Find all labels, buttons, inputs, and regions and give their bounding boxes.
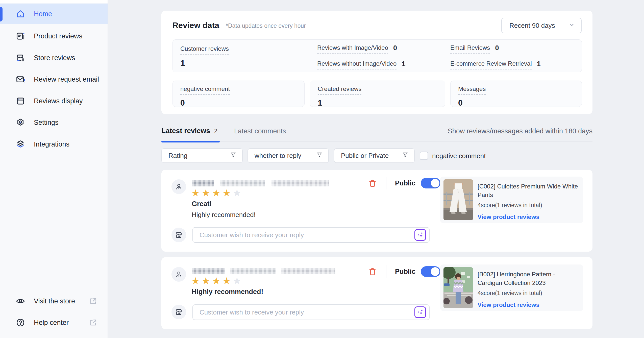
sidebar-item-label: Visit the store	[34, 297, 75, 305]
filter-public-private[interactable]: Public or Private	[334, 148, 415, 163]
mail-icon	[16, 75, 25, 84]
metric-value: 0	[180, 98, 304, 108]
store-reply-icon	[171, 305, 186, 319]
product-image	[443, 267, 473, 308]
sidebar-item-help-center[interactable]: Help center	[0, 312, 108, 333]
sidebar-item-reviews-display[interactable]: Reviews display	[0, 90, 108, 112]
show-range-note[interactable]: Show reviews/messages added within 180 d…	[448, 127, 592, 135]
product-panel: [C002] Culottes Premium Wide White Pants…	[440, 177, 583, 223]
product-name: [B002] Herringbone Pattern - Cardigan Co…	[478, 270, 580, 287]
sidebar-item-label: Review request email	[34, 76, 99, 83]
settings-icon	[16, 118, 25, 127]
metric-value: 0	[458, 98, 582, 108]
stat-customer-reviews: Customer reviews 1	[180, 45, 229, 68]
store-reply-icon	[171, 228, 186, 242]
toggle-knob	[431, 179, 439, 187]
metric-label: Messages	[458, 85, 486, 95]
metric-value: 1	[318, 98, 445, 108]
star-rating: ★★★★★	[191, 276, 243, 286]
sidebar: Home Product reviews Store reviews Revie…	[0, 0, 108, 338]
toggle-knob	[431, 267, 439, 276]
delete-review-button[interactable]	[367, 266, 378, 277]
star-rating: ★★★★★	[191, 188, 243, 198]
stat-value: 1	[402, 60, 405, 68]
visibility-label: Public	[395, 179, 415, 187]
filters-row: Rating whether to reply Public or Privat…	[161, 148, 592, 163]
ai-generate-reply-button[interactable]	[414, 229, 426, 241]
redacted-reviewer-info	[192, 268, 335, 274]
metric-created-reviews: Created reviews 1	[310, 81, 445, 107]
product-score: 4score(1 reviews in total)	[478, 290, 542, 297]
layout-icon	[16, 96, 25, 106]
stat-email-reviews: Email Reviews 0	[450, 44, 499, 54]
stat-label: Email Reviews	[450, 44, 490, 54]
tabs-divider	[161, 141, 592, 142]
funnel-icon	[402, 152, 409, 160]
layers-icon	[16, 139, 25, 149]
sidebar-item-integrations[interactable]: Integrations	[0, 134, 108, 155]
redacted-date	[281, 268, 335, 274]
view-product-reviews-link[interactable]: View product reviews	[478, 301, 539, 308]
star-filled-icon: ★	[222, 276, 233, 286]
sidebar-item-settings[interactable]: Settings	[0, 112, 108, 133]
metric-messages: Messages 0	[450, 81, 582, 107]
reply-input[interactable]	[192, 304, 430, 320]
star-filled-icon: ★	[222, 188, 233, 198]
stat-label: Reviews without Image/Video	[317, 60, 397, 69]
star-filled-icon: ★	[191, 276, 202, 286]
filter-rating[interactable]: Rating	[161, 148, 243, 163]
stat-value: 0	[393, 44, 397, 52]
sidebar-item-label: Store reviews	[34, 54, 75, 62]
stat-reviews-without-media: Reviews without Image/Video 1	[317, 60, 405, 69]
redacted-reviewer-info	[192, 180, 329, 186]
redacted-email	[230, 268, 276, 274]
delete-review-button[interactable]	[367, 178, 378, 188]
sidebar-item-store-reviews[interactable]: Store reviews	[0, 47, 108, 68]
review-card: ★★★★★ Great! Highly recommended! Public	[161, 170, 592, 252]
ai-generate-reply-button[interactable]	[414, 306, 426, 318]
filter-label: whether to reply	[255, 152, 301, 160]
star-empty-icon: ★	[233, 276, 243, 286]
negative-comment-label: negative comment	[432, 152, 486, 160]
sidebar-item-label: Home	[34, 10, 52, 18]
store-reviews-icon	[16, 53, 25, 63]
stats-box: Customer reviews 1 Reviews with Image/Vi…	[172, 39, 582, 72]
product-reviews-icon	[16, 31, 25, 41]
review-data-card: Review data *Data updates once every hou…	[161, 11, 592, 114]
sidebar-item-label: Reviews display	[34, 97, 83, 105]
funnel-icon	[230, 152, 237, 160]
stat-label: Reviews with Image/Video	[317, 44, 388, 54]
reply-input[interactable]	[192, 227, 430, 243]
tab-latest-comments[interactable]: Latest comments	[234, 127, 286, 135]
public-toggle[interactable]	[421, 266, 440, 277]
filter-label: Rating	[168, 152, 187, 160]
sidebar-top-strip	[0, 0, 108, 3]
filter-whether-to-reply[interactable]: whether to reply	[247, 148, 329, 163]
review-data-header: Review data *Data updates once every hou…	[172, 21, 306, 30]
negative-comment-checkbox[interactable]	[420, 152, 428, 160]
star-filled-icon: ★	[191, 188, 202, 198]
stat-ecommerce-retrieval: E-commerce Review Retrieval 1	[450, 60, 541, 69]
tab-latest-reviews[interactable]: Latest reviews2	[161, 127, 217, 135]
star-filled-icon: ★	[202, 276, 212, 286]
product-panel: [B002] Herringbone Pattern - Cardigan Co…	[440, 264, 583, 311]
star-filled-icon: ★	[212, 188, 222, 198]
update-note: *Data updates once every hour	[226, 21, 306, 29]
review-title: Highly recommended!	[192, 288, 263, 296]
date-range-select[interactable]: Recent 90 days	[501, 18, 582, 33]
review-body: Highly recommended!	[192, 211, 256, 219]
star-filled-icon: ★	[202, 188, 212, 198]
sidebar-item-review-request-email[interactable]: Review request email	[0, 69, 108, 90]
sidebar-item-visit-store[interactable]: Visit the store	[0, 291, 108, 312]
sidebar-item-home[interactable]: Home	[0, 4, 108, 24]
public-toggle[interactable]	[421, 178, 440, 188]
redacted-name	[192, 268, 225, 274]
filter-label: Public or Private	[341, 152, 389, 160]
redacted-name	[192, 180, 214, 186]
view-product-reviews-link[interactable]: View product reviews	[478, 213, 539, 221]
sidebar-item-product-reviews[interactable]: Product reviews	[0, 26, 108, 47]
avatar	[171, 179, 186, 194]
metric-label: negative comment	[180, 85, 230, 95]
sidebar-item-label: Help center	[34, 319, 69, 327]
stat-value: 0	[495, 44, 499, 52]
